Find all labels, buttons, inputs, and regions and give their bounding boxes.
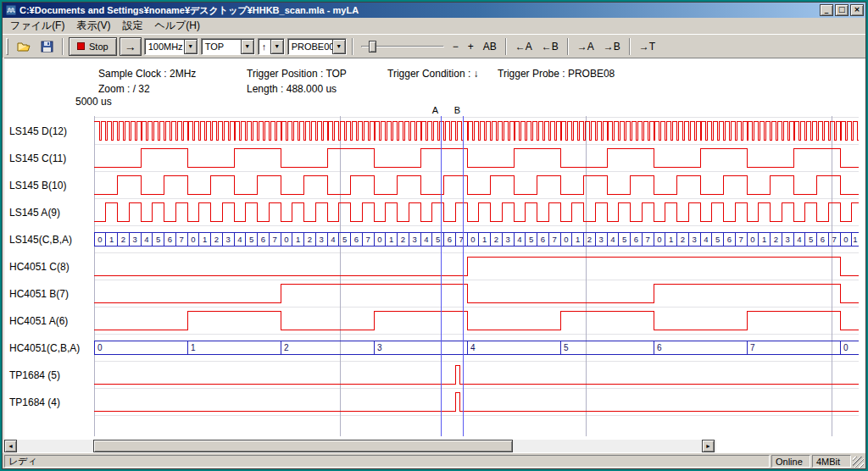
svg-text:0: 0 <box>843 235 848 244</box>
svg-text:6: 6 <box>821 235 825 244</box>
svg-text:7: 7 <box>552 235 556 244</box>
length-info: Length : 488.000 us <box>247 83 337 95</box>
svg-text:5: 5 <box>342 235 347 244</box>
svg-text:3: 3 <box>412 235 416 244</box>
menu-file[interactable]: ファイル(F) <box>4 17 70 35</box>
floppy-disk-icon <box>41 41 53 53</box>
menu-view[interactable]: 表示(V) <box>70 17 116 35</box>
app-icon <box>5 4 17 16</box>
waveform-plot[interactable]: 0123456701234567012345670123456701234567… <box>92 104 860 441</box>
chevron-down-icon[interactable]: ▼ <box>332 39 346 54</box>
svg-text:0: 0 <box>377 235 381 244</box>
stop-button-label: Stop <box>89 42 108 52</box>
run-arrow-icon: → <box>125 40 136 53</box>
chevron-down-icon[interactable]: ▼ <box>270 39 284 54</box>
trigger-probe-select[interactable]: PROBE00 ▼ <box>287 38 347 55</box>
zoom-in-button[interactable]: + <box>465 39 477 54</box>
zoom-slider[interactable] <box>359 38 447 55</box>
svg-text:4: 4 <box>610 235 615 244</box>
trigger-position-select[interactable]: TOP ▼ <box>201 38 255 55</box>
status-memory: 4MBit <box>812 455 851 468</box>
close-button[interactable]: × <box>850 4 864 16</box>
svg-text:6: 6 <box>541 235 545 244</box>
svg-text:5: 5 <box>809 235 813 244</box>
svg-text:2: 2 <box>308 235 312 244</box>
svg-text:4: 4 <box>237 235 242 244</box>
goto-marker-b-left-button[interactable]: ←B <box>538 39 562 54</box>
menu-help[interactable]: ヘルプ(H) <box>148 17 206 35</box>
zoom-out-button[interactable]: − <box>449 39 462 54</box>
svg-text:1: 1 <box>482 235 487 244</box>
run-button[interactable]: → <box>120 37 142 56</box>
goto-marker-b-right-button[interactable]: →B <box>600 39 624 54</box>
menu-settings[interactable]: 設定 <box>116 17 148 35</box>
svg-text:3: 3 <box>598 235 603 244</box>
svg-text:2: 2 <box>774 235 778 244</box>
maximize-button[interactable]: □ <box>835 4 849 16</box>
chevron-down-icon[interactable]: ▼ <box>241 39 254 54</box>
ab-range-button[interactable]: AB <box>480 39 500 54</box>
svg-text:0: 0 <box>657 235 661 244</box>
trigger-position-value: TOP <box>202 39 241 54</box>
svg-text:6: 6 <box>657 343 662 352</box>
status-online: Online <box>771 455 810 468</box>
chevron-down-icon[interactable]: ▼ <box>184 39 198 54</box>
svg-text:0: 0 <box>470 235 475 244</box>
scroll-left-icon[interactable]: ◄ <box>4 440 17 452</box>
trigger-edge-select[interactable]: ↑ ▼ <box>258 38 285 55</box>
minimize-button[interactable]: _ <box>820 4 833 16</box>
svg-text:1: 1 <box>389 235 393 244</box>
save-file-button[interactable] <box>36 37 57 56</box>
channel-label: LS145 B(10) <box>9 180 66 191</box>
svg-text:6: 6 <box>354 235 359 244</box>
svg-text:2: 2 <box>121 235 125 244</box>
toolbar-separator <box>62 38 64 55</box>
svg-text:0: 0 <box>284 235 288 244</box>
svg-text:2: 2 <box>681 235 685 244</box>
status-ready: レディ <box>4 455 770 468</box>
goto-marker-a-left-button[interactable]: ←A <box>512 39 536 54</box>
svg-text:5: 5 <box>715 235 720 244</box>
svg-text:5: 5 <box>622 235 626 244</box>
svg-text:7: 7 <box>750 343 755 352</box>
stop-button[interactable]: Stop <box>69 37 117 56</box>
marker-label: A <box>432 105 439 115</box>
svg-text:1: 1 <box>203 235 207 244</box>
svg-text:1: 1 <box>296 235 300 244</box>
app-window: C:¥Documents and Settings¥noname¥デスクトップ¥… <box>2 2 866 469</box>
stop-icon <box>77 42 85 50</box>
open-file-button[interactable] <box>14 37 34 56</box>
svg-text:2: 2 <box>401 235 405 244</box>
channel-label: LS145 A(9) <box>9 207 60 219</box>
svg-text:3: 3 <box>225 235 230 244</box>
svg-text:5: 5 <box>564 343 569 352</box>
svg-text:1: 1 <box>669 235 673 244</box>
goto-trigger-button[interactable]: →T <box>636 39 659 54</box>
toolbar-separator <box>567 38 569 55</box>
horizontal-scrollbar[interactable]: ◄ ► <box>4 440 716 452</box>
svg-text:7: 7 <box>272 235 276 244</box>
scrollbar-thumb[interactable] <box>93 440 513 452</box>
svg-text:7: 7 <box>738 235 743 244</box>
svg-text:2: 2 <box>284 343 289 352</box>
goto-marker-a-right-button[interactable]: →A <box>574 39 598 54</box>
trigger-edge-value: ↑ <box>259 39 270 54</box>
scroll-right-icon[interactable]: ► <box>702 440 715 452</box>
svg-text:7: 7 <box>179 235 183 244</box>
svg-text:3: 3 <box>132 235 136 244</box>
zoom-slider-thumb[interactable] <box>369 41 376 53</box>
svg-text:4: 4 <box>331 235 335 244</box>
toolbar-separator <box>505 38 507 55</box>
sample-clock-select[interactable]: 100MHz ▼ <box>144 38 198 55</box>
svg-text:7: 7 <box>832 235 836 244</box>
svg-text:6: 6 <box>448 235 452 244</box>
sample-clock-value: 100MHz <box>145 39 184 54</box>
resize-grip[interactable] <box>853 457 864 468</box>
titlebar: C:¥Documents and Settings¥noname¥デスクトップ¥… <box>3 3 865 18</box>
svg-text:1: 1 <box>762 235 766 244</box>
svg-text:3: 3 <box>505 235 509 244</box>
svg-text:7: 7 <box>365 235 370 244</box>
channel-label: HC4051 A(6) <box>9 315 68 327</box>
channel-label: LS145 D(12) <box>9 125 67 137</box>
content-area: Sample Clock : 2MHz Trigger Position : T… <box>4 58 865 455</box>
